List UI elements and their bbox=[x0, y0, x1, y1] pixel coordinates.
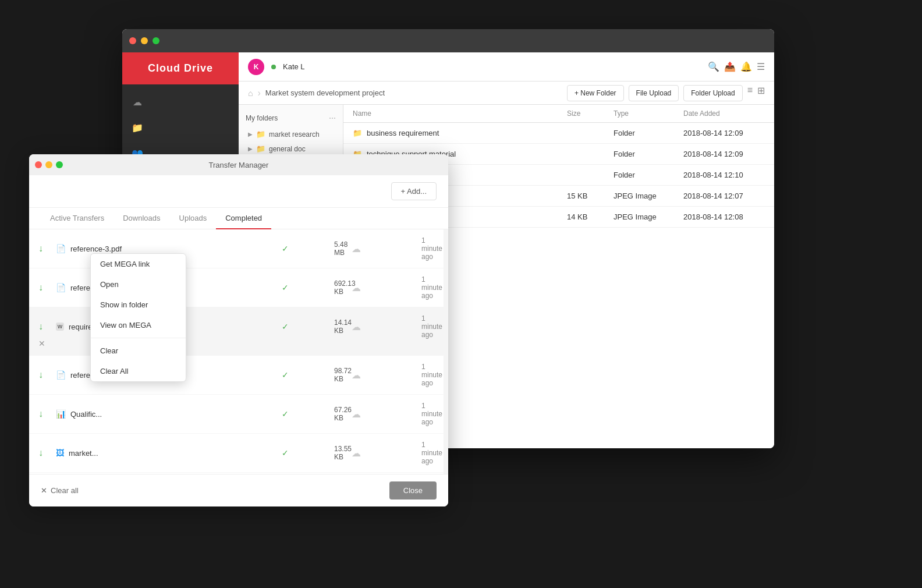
close-button[interactable]: Close bbox=[389, 481, 437, 500]
context-menu-divider bbox=[91, 338, 186, 338]
time-ago: 1 minute ago bbox=[421, 363, 439, 387]
file-date: 2018-08-14 12:08 bbox=[683, 212, 765, 221]
pdf-icon: 📄 bbox=[56, 370, 66, 380]
menu-icon[interactable]: ☰ bbox=[757, 61, 765, 72]
x-icon: ✕ bbox=[41, 486, 47, 495]
download-arrow-icon: ↓ bbox=[38, 409, 56, 419]
cloud-icon: ☁ bbox=[352, 448, 421, 459]
tree-header-action[interactable]: ⋯ bbox=[329, 114, 336, 122]
sidebar-item-cloud[interactable]: ☁ bbox=[122, 89, 239, 115]
pdf-icon: 📄 bbox=[56, 283, 66, 292]
tree-arrow-icon: ▶ bbox=[248, 146, 253, 152]
search-icon[interactable]: 🔍 bbox=[708, 61, 719, 72]
file-size: 15 KB bbox=[567, 192, 614, 200]
file-size: 67.26 KB bbox=[334, 406, 352, 422]
check-icon: ✓ bbox=[282, 244, 334, 253]
fm-action-toolbar: + New Folder File Upload Folder Upload ≡… bbox=[567, 85, 765, 101]
file-name-cell: 📊 Qualific... bbox=[56, 409, 282, 419]
cloud-icon: ☁ bbox=[352, 282, 421, 293]
tab-completed[interactable]: Completed bbox=[216, 208, 271, 229]
bell-icon[interactable]: 🔔 bbox=[740, 61, 752, 72]
fm-header: K Kate L 🔍 📤 🔔 ☰ bbox=[239, 52, 774, 82]
sidebar-item-files[interactable]: 📁 bbox=[122, 115, 239, 140]
sidebar-logo: Cloud Drive bbox=[122, 52, 239, 84]
fm-toolbar: 🔍 📤 🔔 ☰ bbox=[708, 61, 765, 72]
file-size: 13.55 KB bbox=[334, 445, 352, 461]
xlsx-icon: 📊 bbox=[56, 409, 66, 419]
context-menu-item-show-in-folder[interactable]: Show in folder bbox=[91, 295, 186, 315]
scrollbar[interactable] bbox=[444, 229, 448, 474]
files-icon: 📁 bbox=[132, 122, 143, 133]
close-traffic-light[interactable] bbox=[129, 37, 136, 44]
check-icon: ✓ bbox=[282, 409, 334, 419]
folder-upload-button[interactable]: Folder Upload bbox=[683, 85, 742, 101]
tm-tabs: Active Transfers Downloads Uploads Compl… bbox=[29, 208, 448, 229]
cloud-icon: ☁ bbox=[352, 409, 421, 420]
cloud-icon: ☁ bbox=[352, 321, 421, 332]
tab-downloads[interactable]: Downloads bbox=[114, 208, 169, 229]
check-icon: ✓ bbox=[282, 322, 334, 331]
tab-active-transfers[interactable]: Active Transfers bbox=[41, 208, 114, 229]
context-menu-item-clear[interactable]: Clear bbox=[91, 341, 186, 361]
context-menu-item-view-on-mega[interactable]: View on MEGA bbox=[91, 315, 186, 335]
grid-view-icon[interactable]: ⊞ bbox=[757, 85, 765, 101]
file-type: Folder bbox=[614, 129, 683, 137]
col-size: Size bbox=[567, 109, 614, 118]
file-type: JPEG Image bbox=[614, 212, 683, 221]
table-row[interactable]: 📁 business requirement Folder 2018-08-14… bbox=[343, 123, 774, 144]
check-icon: ✓ bbox=[282, 370, 334, 380]
context-menu-item-get-mega-link[interactable]: Get MEGA link bbox=[91, 254, 186, 274]
file-date: 2018-08-14 12:10 bbox=[683, 171, 765, 179]
tm-footer: ✕ Clear all Close bbox=[29, 474, 448, 506]
cloud-icon: ☁ bbox=[352, 370, 421, 381]
download-arrow-icon: ↓ bbox=[38, 321, 56, 332]
file-name-cell: 📄 reference-3.pdf bbox=[56, 244, 282, 253]
cloud-icon: ☁ bbox=[132, 96, 143, 108]
file-size: 14 KB bbox=[567, 212, 614, 221]
avatar: K bbox=[248, 59, 264, 75]
clear-all-button[interactable]: ✕ Clear all bbox=[41, 486, 79, 495]
tm-minimize-traffic-light[interactable] bbox=[45, 161, 52, 168]
upload-icon[interactable]: 📤 bbox=[724, 61, 736, 72]
time-ago: 1 minute ago bbox=[421, 275, 439, 300]
file-list-header: Name Size Type Date Added bbox=[343, 105, 774, 123]
new-folder-button[interactable]: + New Folder bbox=[567, 85, 624, 101]
tm-maximize-traffic-light[interactable] bbox=[56, 161, 63, 168]
tree-item-label: general doc bbox=[269, 145, 306, 153]
transfer-row[interactable]: ↓ 🖼 market... ✓ 13.55 KB ☁ 1 minute ago bbox=[29, 434, 448, 473]
transfer-row[interactable]: ↓ 📊 Qualific... ✓ 67.26 KB ☁ 1 minute ag… bbox=[29, 395, 448, 434]
tree-header-label: My folders bbox=[246, 114, 278, 122]
file-date: 2018-08-14 12:09 bbox=[683, 150, 765, 158]
download-arrow-icon: ↓ bbox=[38, 282, 56, 293]
transfer-row[interactable]: ↓ 📄 PHP-JS... ✓ 1.94 KB ☁ 1 minute ago bbox=[29, 473, 448, 474]
folder-icon: 📁 bbox=[256, 144, 265, 153]
time-ago: 1 minute ago bbox=[421, 402, 439, 426]
file-type: JPEG Image bbox=[614, 192, 683, 200]
tree-item-market-research[interactable]: ▶ 📁 market research bbox=[239, 127, 343, 141]
context-menu-item-clear-all[interactable]: Clear All bbox=[91, 361, 186, 381]
app-titlebar bbox=[122, 29, 774, 52]
tm-traffic-lights bbox=[35, 161, 63, 168]
col-name: Name bbox=[353, 109, 567, 118]
folder-icon: 📁 bbox=[256, 130, 265, 139]
minimize-traffic-light[interactable] bbox=[141, 37, 148, 44]
add-button[interactable]: + Add... bbox=[391, 182, 437, 200]
file-upload-button[interactable]: File Upload bbox=[629, 85, 679, 101]
tab-uploads[interactable]: Uploads bbox=[170, 208, 217, 229]
maximize-traffic-light[interactable] bbox=[153, 37, 159, 44]
remove-transfer-button[interactable]: ✕ bbox=[38, 339, 56, 348]
time-ago: 1 minute ago bbox=[421, 441, 439, 465]
check-icon: ✓ bbox=[282, 283, 334, 292]
breadcrumb-parent[interactable]: Market system development project bbox=[265, 88, 385, 97]
col-date: Date Added bbox=[683, 109, 765, 118]
tm-close-traffic-light[interactable] bbox=[35, 161, 42, 168]
file-name-cell: 🖼 market... bbox=[56, 448, 282, 458]
download-arrow-icon: ↓ bbox=[38, 448, 56, 458]
col-type: Type bbox=[614, 109, 683, 118]
file-size: 98.72 KB bbox=[334, 367, 352, 383]
context-menu-item-open[interactable]: Open bbox=[91, 274, 186, 295]
home-icon[interactable]: ⌂ bbox=[248, 88, 253, 98]
list-view-icon[interactable]: ≡ bbox=[747, 85, 753, 101]
time-ago: 1 minute ago bbox=[421, 236, 439, 261]
time-ago: 1 minute ago bbox=[421, 314, 439, 339]
